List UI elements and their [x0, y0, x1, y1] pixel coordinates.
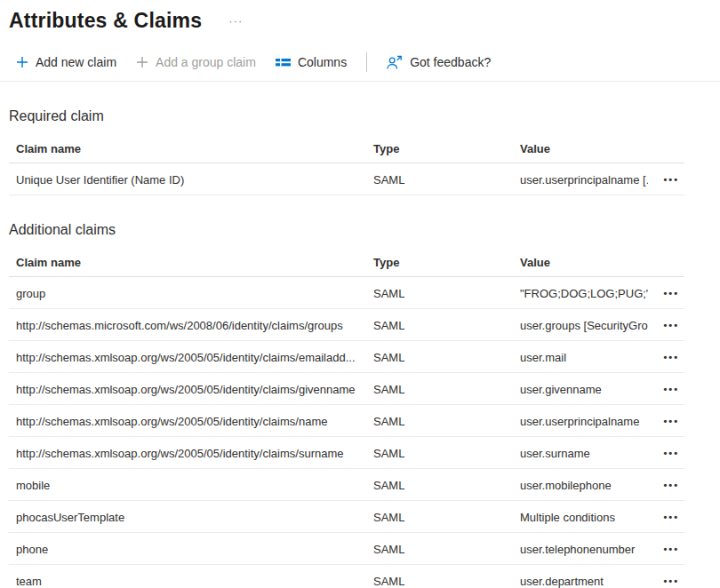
claim-name-cell[interactable]: phocasUserTemplate: [9, 501, 366, 533]
plus-icon: [16, 56, 28, 68]
table-row[interactable]: phocasUserTemplate SAML Multiple conditi…: [9, 501, 684, 533]
row-menu-button[interactable]: •••: [661, 383, 681, 396]
column-header-type: Type: [366, 135, 513, 163]
claim-value-cell: user.telephonenumber: [513, 533, 648, 565]
claim-type-cell: SAML: [366, 469, 513, 501]
got-feedback-label: Got feedback?: [410, 55, 491, 69]
row-menu-button[interactable]: •••: [661, 415, 681, 428]
required-claim-section: Required claim Claim name Type Value Uni…: [9, 108, 684, 195]
claim-type-cell: SAML: [366, 501, 513, 533]
claim-value-cell: user.givenname: [513, 373, 648, 405]
claim-name-cell[interactable]: http://schemas.xmlsoap.org/ws/2005/05/id…: [9, 373, 366, 405]
table-row[interactable]: phone SAML user.telephonenumber •••: [9, 533, 684, 565]
table-row[interactable]: http://schemas.xmlsoap.org/ws/2005/05/id…: [9, 405, 684, 437]
claim-type-cell: SAML: [366, 533, 513, 565]
column-header-menu: [648, 135, 684, 163]
claim-value-cell: user.userprincipalname: [513, 405, 648, 437]
column-header-value: Value: [513, 249, 648, 277]
column-header-claim-name: Claim name: [9, 135, 366, 163]
additional-claims-heading: Additional claims: [9, 222, 684, 238]
claim-value-cell: user.department: [513, 565, 648, 588]
table-row[interactable]: mobile SAML user.mobilephone •••: [9, 469, 684, 501]
claim-value-cell: user.groups [SecurityGro...: [513, 309, 648, 341]
add-group-claim-label: Add a group claim: [156, 55, 256, 69]
command-bar: Add new claim Add a group claim Columns: [0, 52, 720, 82]
table-row[interactable]: http://schemas.microsoft.com/ws/2008/06/…: [9, 309, 684, 341]
claim-type-cell: SAML: [366, 163, 513, 195]
additional-claims-section: Additional claims Claim name Type Value …: [9, 222, 684, 588]
add-group-claim-button[interactable]: Add a group claim: [136, 55, 256, 69]
column-header-type: Type: [366, 249, 513, 277]
row-menu-button[interactable]: •••: [661, 479, 681, 492]
row-menu-button[interactable]: •••: [661, 543, 681, 556]
table-row[interactable]: group SAML "FROG;DOG;LOG;PUG;" •••: [9, 277, 684, 309]
ellipsis-horizontal-icon: ···: [228, 14, 243, 28]
table-row[interactable]: Unique User Identifier (Name ID) SAML us…: [9, 163, 684, 195]
table-row[interactable]: http://schemas.xmlsoap.org/ws/2005/05/id…: [9, 437, 684, 469]
toolbar-divider: [366, 52, 367, 72]
claim-type-cell: SAML: [366, 565, 513, 588]
row-menu-button[interactable]: •••: [661, 173, 681, 187]
claim-value-cell: user.userprincipalname [...: [513, 163, 648, 195]
claim-type-cell: SAML: [366, 309, 513, 341]
title-context-menu-button[interactable]: ···: [228, 15, 243, 27]
table-row[interactable]: http://schemas.xmlsoap.org/ws/2005/05/id…: [9, 341, 684, 373]
claim-type-cell: SAML: [366, 405, 513, 437]
claim-name-cell[interactable]: phone: [9, 533, 366, 565]
page-title: Attributes & Claims: [9, 9, 202, 33]
required-claim-table: Claim name Type Value Unique User Identi…: [9, 135, 684, 195]
add-new-claim-label: Add new claim: [36, 55, 116, 69]
row-menu-button[interactable]: •••: [661, 319, 681, 332]
columns-icon: [276, 56, 291, 68]
required-claim-heading: Required claim: [9, 108, 684, 124]
claim-type-cell: SAML: [366, 373, 513, 405]
claim-name-cell[interactable]: Unique User Identifier (Name ID): [9, 163, 366, 195]
claim-name-cell[interactable]: mobile: [9, 469, 366, 501]
claim-name-cell[interactable]: http://schemas.xmlsoap.org/ws/2005/05/id…: [9, 437, 366, 469]
columns-label: Columns: [298, 55, 347, 69]
row-menu-button[interactable]: •••: [661, 287, 681, 300]
row-menu-button[interactable]: •••: [661, 511, 681, 524]
table-row[interactable]: http://schemas.xmlsoap.org/ws/2005/05/id…: [9, 373, 684, 405]
table-row[interactable]: team SAML user.department •••: [9, 565, 684, 588]
claim-name-cell[interactable]: team: [9, 565, 366, 588]
column-header-value: Value: [513, 135, 648, 163]
plus-icon: [136, 56, 148, 68]
claim-value-cell: user.surname: [513, 437, 648, 469]
feedback-person-icon: [387, 55, 403, 70]
page-header: Attributes & Claims ···: [0, 0, 720, 33]
row-menu-button[interactable]: •••: [661, 351, 681, 364]
claim-type-cell: SAML: [366, 437, 513, 469]
claim-type-cell: SAML: [366, 277, 513, 309]
column-header-menu: [648, 249, 684, 277]
attributes-claims-page: Attributes & Claims ··· Add new claim Ad…: [0, 0, 720, 588]
claim-name-cell[interactable]: http://schemas.xmlsoap.org/ws/2005/05/id…: [9, 405, 366, 437]
claim-name-cell[interactable]: http://schemas.xmlsoap.org/ws/2005/05/id…: [9, 341, 366, 373]
row-menu-button[interactable]: •••: [661, 575, 681, 588]
got-feedback-button[interactable]: Got feedback?: [387, 55, 491, 70]
add-new-claim-button[interactable]: Add new claim: [16, 55, 116, 69]
table-header-row: Claim name Type Value: [9, 135, 684, 163]
claim-value-cell: user.mail: [513, 341, 648, 373]
additional-claims-table: Claim name Type Value group SAML "FROG;D…: [9, 249, 684, 588]
claim-value-cell: user.mobilephone: [513, 469, 648, 501]
claim-type-cell: SAML: [366, 341, 513, 373]
claim-name-cell[interactable]: http://schemas.microsoft.com/ws/2008/06/…: [9, 309, 366, 341]
row-menu-button[interactable]: •••: [661, 447, 681, 460]
claim-name-cell[interactable]: group: [9, 277, 366, 309]
claim-value-cell: Multiple conditions: [513, 501, 648, 533]
claim-value-cell: "FROG;DOG;LOG;PUG;": [513, 277, 648, 309]
column-header-claim-name: Claim name: [9, 249, 366, 277]
columns-button[interactable]: Columns: [276, 55, 347, 69]
table-header-row: Claim name Type Value: [9, 249, 684, 277]
